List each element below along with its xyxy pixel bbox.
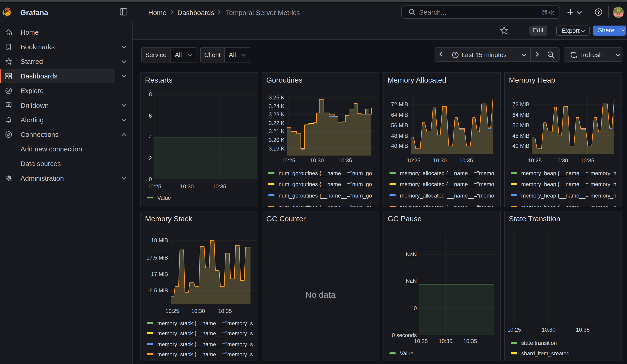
svg-text:?: ? [597,9,600,15]
